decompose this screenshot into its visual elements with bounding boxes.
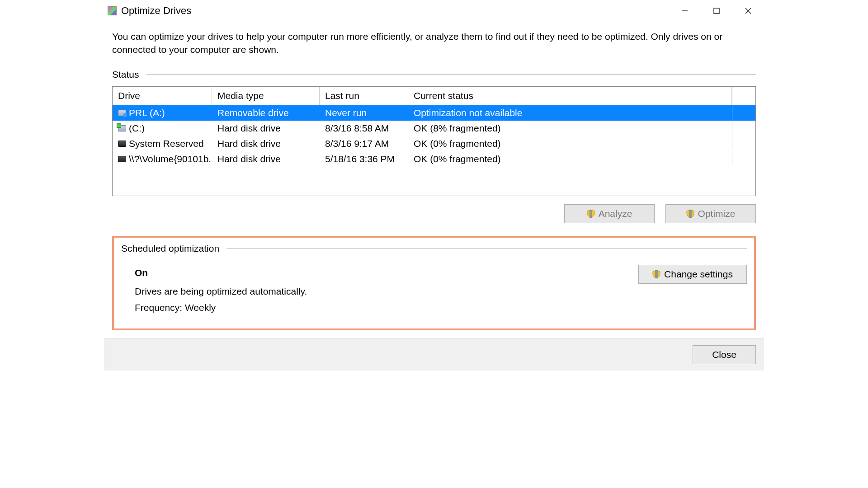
scheduled-label-text: Scheduled optimization	[121, 243, 219, 254]
svg-rect-1	[714, 8, 719, 14]
status-section-label: Status	[112, 69, 756, 80]
analyze-label: Analyze	[599, 208, 632, 219]
table-row[interactable]: System ReservedHard disk drive8/3/16 9:1…	[113, 136, 755, 151]
optimize-button[interactable]: Optimize	[665, 204, 756, 223]
drive-status: OK (0% fragmented)	[408, 153, 732, 165]
shield-icon	[652, 270, 660, 279]
table-row[interactable]: \\?\Volume{90101b...Hard disk drive5/18/…	[113, 151, 755, 167]
table-header: Drive Media type Last run Current status	[113, 87, 755, 105]
drive-last-run: 8/3/16 8:58 AM	[320, 122, 408, 135]
scheduled-desc: Drives are being optimized automatically…	[135, 283, 629, 300]
app-icon	[108, 6, 117, 15]
close-window-button[interactable]	[732, 1, 764, 21]
col-header-last[interactable]: Last run	[320, 87, 408, 105]
drive-last-run: 8/3/16 9:17 AM	[320, 137, 408, 150]
table-row[interactable]: PRL (A:)Removable driveNever runOptimiza…	[113, 105, 755, 121]
drive-icon	[118, 110, 126, 116]
status-label-text: Status	[112, 69, 139, 80]
analyze-button[interactable]: Analyze	[564, 204, 655, 223]
divider	[226, 248, 747, 249]
maximize-icon	[713, 8, 720, 14]
scheduled-state: On	[135, 265, 629, 281]
drive-media: Removable drive	[212, 107, 320, 119]
shield-icon	[686, 209, 694, 218]
scheduled-optimization-section: Scheduled optimization On Drives are bei…	[112, 236, 756, 330]
maximize-button[interactable]	[701, 1, 732, 21]
drive-icon	[118, 156, 126, 162]
divider	[146, 74, 756, 75]
col-header-drive[interactable]: Drive	[113, 87, 212, 105]
drive-name: PRL (A:)	[129, 108, 165, 118]
change-settings-button[interactable]: Change settings	[638, 265, 747, 284]
drive-name: (C:)	[129, 123, 145, 134]
scheduled-section-label: Scheduled optimization	[121, 243, 747, 254]
drive-status: OK (0% fragmented)	[408, 137, 732, 150]
optimize-label: Optimize	[698, 208, 736, 219]
table-body: PRL (A:)Removable driveNever runOptimiza…	[113, 105, 755, 196]
change-settings-label: Change settings	[664, 269, 733, 280]
col-header-media[interactable]: Media type	[212, 87, 320, 105]
drive-media: Hard disk drive	[212, 153, 320, 165]
minimize-icon	[682, 8, 688, 14]
drive-name: \\?\Volume{90101b...	[129, 154, 212, 164]
optimize-drives-window: Optimize Drives You can optimize your dr…	[104, 0, 764, 371]
drive-status: OK (8% fragmented)	[408, 122, 732, 135]
drive-name: System Reserved	[129, 138, 204, 149]
scheduled-frequency: Frequency: Weekly	[135, 300, 629, 316]
drive-icon	[118, 141, 126, 147]
window-title: Optimize Drives	[121, 5, 191, 17]
col-header-status[interactable]: Current status	[408, 87, 732, 105]
close-icon	[745, 8, 751, 14]
drive-media: Hard disk drive	[212, 122, 320, 135]
drive-last-run: Never run	[320, 107, 408, 119]
intro-text: You can optimize your drives to help you…	[112, 30, 756, 56]
table-row[interactable]: (C:)Hard disk drive8/3/16 8:58 AMOK (8% …	[113, 121, 755, 136]
close-button[interactable]: Close	[693, 345, 756, 364]
shield-icon	[587, 209, 595, 218]
drive-media: Hard disk drive	[212, 137, 320, 150]
col-header-scroll	[732, 87, 755, 105]
drives-table: Drive Media type Last run Current status…	[112, 86, 756, 196]
titlebar: Optimize Drives	[104, 0, 764, 22]
minimize-button[interactable]	[669, 1, 701, 21]
drive-last-run: 5/18/16 3:36 PM	[320, 153, 408, 165]
drive-icon	[118, 125, 126, 131]
footer: Close	[104, 338, 764, 371]
drive-status: Optimization not available	[408, 107, 732, 119]
close-label: Close	[712, 349, 736, 360]
